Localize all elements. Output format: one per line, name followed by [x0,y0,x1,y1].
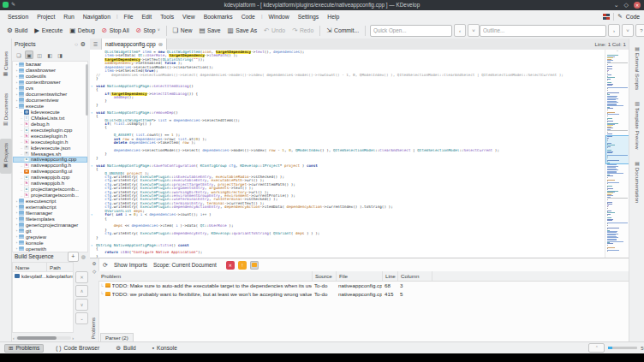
tree-item-documentswitcher[interactable]: ›documentswitcher [13,92,87,98]
tree-item-projecttargetscomb[interactable]: ‒hprojecttargetscomb... [13,193,87,199]
scroll-right-icon[interactable]: › [72,335,74,341]
statusbar-button-code-browser[interactable]: ( )Code Browser [51,344,104,352]
collapse-panel-button[interactable]: ⌃ [588,343,605,353]
document-list-icon[interactable]: ☰ [90,41,101,47]
outline-input[interactable] [480,25,606,37]
quick-open-input[interactable] [370,25,452,37]
menu-settings[interactable]: Settings [294,14,324,20]
whats-this-help-button[interactable]: ? [635,24,644,37]
tree-item-executescript[interactable]: ›executescript [13,199,87,205]
scroll-left-icon[interactable]: ‹ [13,335,15,341]
problem-row[interactable]: └TODO: we probably want to flexibilize, … [98,290,629,299]
tree-item-debug-h[interactable]: ‒hdebug.h [13,121,87,127]
close-button[interactable]: ✕ [634,2,641,9]
refresh-icon[interactable]: ⟳ [103,262,108,269]
outline-next-button[interactable]: › [608,24,620,37]
toolbar-button-save[interactable]: ▤Save [195,26,224,36]
toolbar-button-commit[interactable]: ⇲Commit... [323,26,362,36]
move-up-button[interactable]: ∧ [75,285,88,297]
tree-item-execute[interactable]: ⌄execute [13,104,87,110]
toolbar-button-stop-all[interactable]: ⊘Stop All [98,26,133,36]
move-down-button[interactable]: ∨ [75,299,88,311]
toolbar-button-debug[interactable]: ▣Debug [66,26,98,36]
tree-item-codeutils[interactable]: ›codeutils [13,74,87,80]
dock-tab-documents[interactable]: ▤ Documents [0,89,12,132]
panel-gear-icon[interactable]: ⚙ [90,261,98,266]
menu-tools[interactable]: Tools [156,14,178,20]
menu-edit[interactable]: Edit [137,14,156,20]
tree-item-documentview[interactable]: ›documentview [13,98,87,104]
menu-window[interactable]: Window [264,14,293,20]
editor-tab-active[interactable]: nativeappconfig.cpp ⊗ [101,39,167,50]
tree-item-bazaar[interactable]: ›bazaar [13,62,87,68]
locate-current-document-icon[interactable]: ▣ [25,50,33,59]
new-document-icon[interactable]: ❏ [15,50,23,59]
toolbar-button-new[interactable]: ❏New [170,26,196,36]
column-line[interactable]: Line [382,271,397,281]
menu-project[interactable]: Project [33,14,59,20]
filter-warnings-icon[interactable]: ! [238,261,247,270]
column-file[interactable]: File [336,271,382,281]
quick-open-dropdown-button[interactable]: ˅ [468,24,480,37]
tree-item-kdevexecute[interactable]: ‒◎kdevexecute [13,110,87,116]
toolbar-button-redo[interactable]: ↷Redo [289,26,317,36]
menu-code[interactable]: Code [237,14,259,20]
column-source[interactable]: Source [312,271,336,281]
menu-run[interactable]: Run [59,14,78,20]
menu-navigation[interactable]: Navigation [79,14,115,20]
statusbar-button-problems[interactable]: ⊞Problems [4,344,44,353]
tab-close-icon[interactable]: ⊗ [158,41,163,48]
column-column[interactable]: Column [397,271,432,281]
scrollbar-thumb[interactable] [17,336,57,340]
tree-item-nativeappconfig-ui[interactable]: ‒unativeappconfig.ui [13,169,87,175]
panel-detach-icon[interactable]: ◌ [75,42,78,47]
tree-item-classbrowser[interactable]: ›classbrowser [13,68,87,74]
tree-item-iexecuteplugin-h[interactable]: ‒hiexecuteplugin.h [13,139,87,145]
tree-item-konsole[interactable]: ›konsole [13,240,87,246]
problem-row[interactable]: └TODO: Make sure to auto-add the executa… [98,282,629,290]
dock-tab-documentation[interactable]: ▤ Documentation [631,160,643,203]
build-sequence-config-icon[interactable]: ◍ [81,253,86,259]
toolbar-button-undo[interactable]: ↶Undo [260,26,289,36]
toolbar-button-build[interactable]: ⚙Build [3,26,31,36]
minimap-scroll-up-icon[interactable]: ⌃ [605,50,629,55]
quick-open-prev-button[interactable]: ‹ [454,24,466,37]
filter-errors-icon[interactable]: ✕ [226,261,235,270]
build-sequence-hscrollbar[interactable]: ‹ › [13,335,74,341]
tree-item-grepview[interactable]: ›grepview [13,234,87,240]
area-switcher-icon[interactable] [603,14,610,20]
toolbar-button-save-as[interactable]: ▥Save As [224,26,261,36]
scope-dropdown[interactable]: Scope: Current Document [153,262,217,268]
menu-session[interactable]: Session [3,14,33,20]
minimap[interactable]: ⌃ [605,50,629,258]
build-sequence-row[interactable]: kdevplatf... kdevplatform [13,272,73,280]
menu-file[interactable]: File [120,14,138,20]
toolbar-button-stop[interactable]: ⊘Stop˅ [133,26,164,36]
show-imports-button[interactable]: Show Imports [114,262,147,268]
panel-settings-icon[interactable]: ⚙ [80,41,86,48]
menu-view[interactable]: View [178,14,200,20]
minimap-viewport[interactable] [605,135,629,164]
add-to-build-sequence-button[interactable]: + [68,252,79,262]
dock-tab-projects[interactable]: ▣ Projects [0,139,12,174]
tree-item-cmakelists-txt[interactable]: ‒≡CMakeLists.txt [13,115,87,121]
filter-right-icon[interactable]: ◨ [56,50,64,59]
outline-dropdown-button[interactable]: ˅ [622,24,634,37]
filter-left-icon[interactable]: ◧ [45,50,54,59]
tree-item-projecttargetscomb[interactable]: ‒cprojecttargetscomb... [13,187,87,193]
menu-help[interactable]: Help [323,14,343,20]
code-area-button[interactable]: Code [626,14,640,20]
statusbar-button-build[interactable]: ⚙Build [111,344,140,353]
tree-item-kdevexecute-json[interactable]: ‒»kdevexecute.json [13,145,87,151]
toolbar-button-execute[interactable]: ▶Execute [31,26,66,36]
dock-tab-classes[interactable]: ▦ Classes [0,47,12,82]
tree-item-genericprojectmanager[interactable]: ›genericprojectmanager [13,222,87,228]
tree-item-messages-sh[interactable]: ‒»Messages.sh [13,151,87,157]
tree-item-filetemplates[interactable]: ›filetemplates [13,216,87,222]
panel-float-icon[interactable]: ◇ [90,269,98,274]
tree-item-executeplugin-h[interactable]: ‒hexecuteplugin.h [13,133,87,139]
tree-item-git[interactable]: ›git [13,228,87,234]
code-editor[interactable]: QListWidgetItem* item = new QListWidgetI… [90,50,629,258]
tree-item-nativeappconfig-h[interactable]: ‒hnativeappconfig.h [13,163,87,169]
column-path[interactable]: Path [47,264,73,270]
